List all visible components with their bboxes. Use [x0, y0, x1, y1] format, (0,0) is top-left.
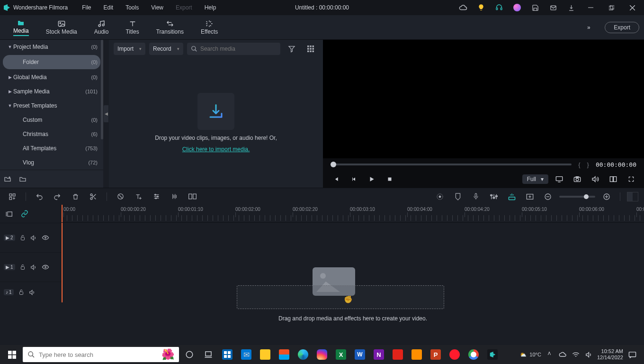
sidebar-item-sample-media[interactable]: ▶Sample Media(101) [0, 84, 103, 99]
menu-tools[interactable]: Tools [121, 2, 143, 13]
menu-view[interactable]: View [146, 2, 168, 13]
snapshot-icon[interactable] [570, 173, 584, 186]
tab-transitions[interactable]: Transitions [148, 18, 192, 37]
search-media-input[interactable] [187, 43, 280, 55]
headset-icon[interactable] [492, 0, 507, 15]
tab-effects[interactable]: Effects [192, 18, 226, 37]
download-icon[interactable] [564, 0, 579, 15]
export-button[interactable]: Export [605, 22, 639, 33]
mute-icon[interactable] [29, 290, 36, 295]
taskbar-powerpoint[interactable]: P [427, 347, 444, 362]
tray-chevron-up-icon[interactable]: ＾ [544, 347, 555, 362]
taskbar-app-orange[interactable] [408, 347, 425, 362]
mute-icon[interactable] [30, 264, 37, 270]
collapse-tracks-icon[interactable] [6, 210, 13, 218]
save-icon[interactable] [528, 0, 543, 15]
window-maximize-button[interactable] [602, 0, 620, 15]
menu-help[interactable]: Help [200, 2, 221, 13]
preview-canvas[interactable] [323, 40, 644, 158]
color-match-icon[interactable] [186, 190, 199, 203]
track-header-video-1[interactable]: ▶1 [0, 252, 61, 282]
crop-icon[interactable] [114, 190, 127, 203]
tracks-area[interactable]: ✊ Drag and drop media and effects here t… [62, 223, 644, 302]
import-media-link[interactable]: Click here to import media. [182, 146, 250, 153]
mark-out-icon[interactable]: } [587, 161, 589, 168]
taskbar-chrome[interactable] [465, 347, 482, 362]
taskbar-mail[interactable]: ✉ [238, 347, 255, 362]
undo-button[interactable] [33, 190, 46, 203]
sidebar-item-vlog[interactable]: Vlog(72) [0, 155, 103, 170]
link-icon[interactable] [21, 210, 28, 218]
taskbar-instagram[interactable] [313, 347, 331, 362]
tray-clock[interactable]: 10:52 AM 12/14/2022 [597, 348, 623, 360]
taskbar-word[interactable]: W [351, 347, 368, 362]
tray-onedrive-icon[interactable] [557, 347, 568, 362]
lock-icon[interactable] [20, 264, 26, 270]
import-dropdown[interactable]: Import▾ [114, 43, 145, 55]
grid-view-icon[interactable] [303, 42, 318, 56]
step-back-button[interactable] [347, 173, 361, 186]
folder-open-icon[interactable] [19, 175, 27, 182]
lightbulb-icon[interactable] [474, 0, 489, 15]
display-icon[interactable] [552, 173, 566, 186]
weather-temp[interactable]: 10°C [529, 352, 541, 357]
timeline-view-toggle[interactable] [627, 192, 638, 201]
preview-seekbar[interactable] [331, 164, 572, 165]
visibility-icon[interactable] [42, 264, 49, 270]
record-dropdown[interactable]: Record▾ [149, 43, 183, 55]
marker-shield-icon[interactable] [451, 190, 465, 203]
menu-file[interactable]: File [77, 2, 96, 13]
playhead-line[interactable] [62, 223, 63, 302]
drop-target-outline[interactable] [237, 285, 444, 309]
task-view-icon[interactable] [181, 347, 198, 362]
zoom-in-button[interactable] [600, 190, 613, 203]
add-track-icon[interactable] [6, 190, 19, 203]
taskbar-onenote[interactable]: N [370, 347, 387, 362]
mail-icon[interactable] [546, 0, 561, 15]
weather-icon[interactable]: ⛅ [520, 352, 527, 358]
more-tabs-icon[interactable]: » [581, 20, 596, 35]
sidebar-scrollbar[interactable] [101, 40, 103, 139]
tray-wifi-icon[interactable] [571, 347, 581, 362]
stop-button[interactable] [383, 173, 397, 186]
sidebar-item-folder[interactable]: Folder(0) [3, 55, 100, 69]
sidebar-item-custom[interactable]: Custom(0) [0, 113, 103, 127]
adjust-icon[interactable] [150, 190, 163, 203]
start-button[interactable] [3, 347, 21, 362]
new-folder-icon[interactable] [4, 175, 11, 182]
action-center-icon[interactable] [626, 347, 638, 362]
highlight-icon[interactable] [433, 190, 447, 203]
window-minimize-button[interactable] [581, 0, 599, 15]
taskbar-excel[interactable]: X [332, 347, 349, 362]
split-button[interactable] [87, 190, 100, 203]
tray-volume-icon[interactable] [584, 347, 594, 362]
taskbar-store[interactable] [276, 347, 293, 362]
track-header-audio-1[interactable]: ♪1 [0, 282, 61, 302]
play-button[interactable] [365, 173, 379, 186]
import-tile-icon[interactable] [197, 93, 234, 130]
sidebar-item-project-media[interactable]: ▼Project Media(0) [0, 40, 103, 54]
mark-in-icon[interactable]: { [578, 161, 580, 168]
taskbar-timeline-icon[interactable] [200, 347, 217, 362]
sidebar-item-christmas[interactable]: Christmas(6) [0, 127, 103, 141]
sidebar-item-preset-templates[interactable]: ▼Preset Templates [0, 99, 103, 113]
mixer-icon[interactable] [487, 190, 501, 203]
sidebar-item-global-media[interactable]: ▶Global Media(0) [0, 70, 103, 84]
lock-icon[interactable] [20, 235, 26, 241]
taskbar-app-red[interactable] [389, 347, 406, 362]
preview-quality-dropdown[interactable]: Full▾ [522, 174, 548, 184]
text-add-icon[interactable] [132, 190, 145, 203]
tab-titles[interactable]: Titles [117, 18, 147, 37]
voice-record-icon[interactable] [469, 190, 483, 203]
fullscreen-icon[interactable] [624, 173, 638, 186]
timeline-ruler[interactable]: 00:0000:00:00:2000:00:01:1000:00:02:0000… [62, 205, 644, 223]
taskbar-opera[interactable] [446, 347, 463, 362]
redo-button[interactable] [51, 190, 64, 203]
zoom-slider[interactable] [559, 196, 595, 198]
delete-button[interactable] [69, 190, 82, 203]
add-marker-icon[interactable] [523, 190, 537, 203]
speed-icon[interactable] [168, 190, 181, 203]
sidebar-item-all-templates[interactable]: All Templates(753) [0, 141, 103, 155]
mute-icon[interactable] [30, 235, 37, 241]
taskbar-filmora[interactable] [484, 347, 501, 362]
